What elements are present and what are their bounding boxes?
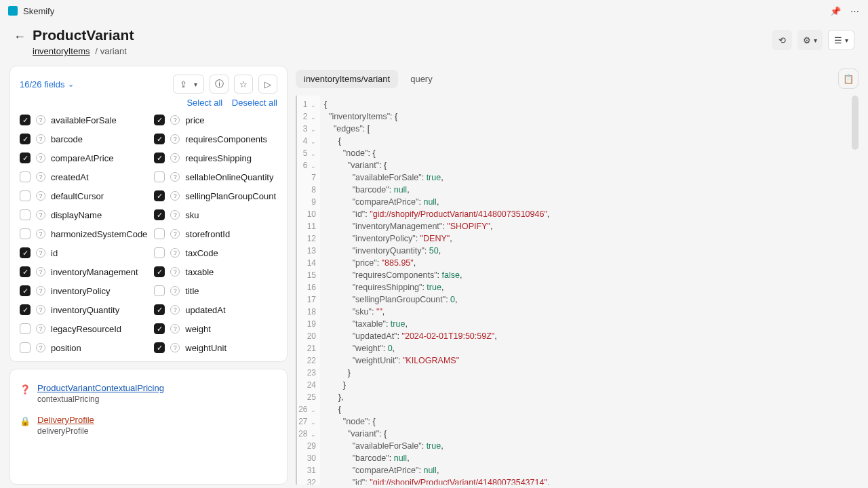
help-icon[interactable]: ? — [170, 305, 180, 314]
field-row-inventoryQuantity: ✓?inventoryQuantity — [20, 304, 147, 315]
help-icon[interactable]: ? — [170, 248, 180, 258]
breadcrumb-root[interactable]: inventoryItems — [33, 46, 90, 56]
relation-link[interactable]: DeliveryProfile — [37, 415, 94, 425]
refresh-button[interactable]: ⟲ — [772, 30, 792, 50]
help-icon[interactable]: ? — [36, 343, 45, 352]
field-label: defaultCursor — [51, 191, 104, 201]
checkbox-position[interactable] — [20, 342, 31, 353]
help-icon[interactable]: ? — [36, 229, 45, 239]
help-icon[interactable]: ? — [36, 115, 45, 125]
checkbox-requiresComponents[interactable]: ✓ — [154, 134, 165, 144]
relation-row: 🔒DeliveryProfiledeliveryProfile — [20, 409, 277, 441]
export-button[interactable]: ⇪▾ — [173, 75, 204, 94]
help-icon[interactable]: ? — [36, 153, 45, 163]
clipboard-icon: 📋 — [843, 74, 854, 84]
field-label: createdAt — [51, 172, 89, 182]
field-row-price: ✓?price — [154, 115, 277, 125]
checkbox-sku[interactable]: ✓ — [154, 209, 165, 220]
help-icon[interactable]: ? — [170, 172, 180, 182]
relation-sub: deliveryProfile — [37, 426, 94, 436]
field-row-sellingPlanGroupCount: ✓?sellingPlanGroupCount — [154, 190, 277, 201]
field-row-requiresShipping: ✓?requiresShipping — [154, 152, 277, 163]
settings-button[interactable]: ⚙▾ — [797, 30, 823, 50]
titlebar: Skemify 📌 ⋯ — [0, 0, 868, 22]
checkbox-sellingPlanGroupCount[interactable]: ✓ — [154, 190, 165, 201]
field-row-sku: ✓?sku — [154, 209, 277, 220]
run-button[interactable]: ▷ — [258, 75, 277, 94]
field-label: taxCode — [185, 248, 218, 258]
help-icon[interactable]: ? — [36, 134, 45, 144]
help-icon[interactable]: ? — [170, 343, 180, 352]
help-icon[interactable]: ? — [170, 115, 180, 125]
chevron-down-icon: ▾ — [814, 37, 817, 44]
checkbox-weightUnit[interactable]: ✓ — [154, 342, 165, 353]
checkbox-price[interactable]: ✓ — [154, 115, 165, 125]
help-icon[interactable]: ? — [36, 305, 45, 314]
tab-variant[interactable]: inventoryItems/variant — [296, 70, 398, 88]
relation-row: ❓ProductVariantContextualPricingcontextu… — [20, 378, 277, 409]
relation-link[interactable]: ProductVariantContextualPricing — [37, 383, 164, 393]
checkbox-storefrontId[interactable] — [154, 228, 165, 239]
help-icon[interactable]: ? — [170, 324, 180, 333]
help-icon[interactable]: ? — [170, 229, 180, 239]
help-icon[interactable]: ? — [170, 210, 180, 220]
refresh-icon: ⟲ — [778, 35, 786, 45]
field-label: inventoryManagement — [51, 267, 138, 277]
checkbox-displayName[interactable] — [20, 209, 31, 220]
back-arrow-icon[interactable]: ← — [14, 30, 26, 44]
help-icon[interactable]: ? — [170, 267, 180, 277]
checkbox-availableForSale[interactable]: ✓ — [20, 115, 31, 125]
scrollbar[interactable] — [852, 96, 859, 150]
checkbox-sellableOnlineQuantity[interactable] — [154, 171, 165, 182]
select-all-link[interactable]: Select all — [186, 98, 222, 108]
checkbox-compareAtPrice[interactable]: ✓ — [20, 152, 31, 163]
checkbox-requiresShipping[interactable]: ✓ — [154, 152, 165, 163]
checkbox-defaultCursor[interactable] — [20, 190, 31, 201]
help-icon[interactable]: ? — [170, 286, 180, 296]
checkbox-harmonizedSystemCode[interactable] — [20, 228, 31, 239]
checkbox-inventoryPolicy[interactable]: ✓ — [20, 285, 31, 296]
checkbox-createdAt[interactable] — [20, 171, 31, 182]
copy-button[interactable]: 📋 — [838, 68, 859, 89]
help-icon[interactable]: ? — [36, 172, 45, 182]
field-count-toggle[interactable]: 16/26 fields ⌄ — [20, 79, 74, 89]
pin-icon[interactable]: 📌 — [830, 5, 841, 16]
help-icon[interactable]: ? — [36, 324, 45, 333]
deselect-all-link[interactable]: Deselect all — [232, 98, 277, 108]
filter-button[interactable]: ☰▾ — [828, 30, 854, 50]
tabs: inventoryItems/variant query 📋 — [296, 66, 859, 92]
checkbox-taxable[interactable]: ✓ — [154, 266, 165, 277]
field-row-sellableOnlineQuantity: ?sellableOnlineQuantity — [154, 171, 277, 182]
help-icon[interactable]: ? — [170, 191, 180, 201]
help-icon[interactable]: ? — [36, 191, 45, 201]
help-icon[interactable]: ? — [170, 134, 180, 144]
more-icon[interactable]: ⋯ — [849, 5, 860, 16]
checkbox-legacyResourceId[interactable] — [20, 323, 31, 334]
checkbox-inventoryManagement[interactable]: ✓ — [20, 266, 31, 277]
help-icon[interactable]: ? — [36, 210, 45, 220]
help-icon[interactable]: ? — [36, 267, 45, 277]
help-icon[interactable]: ? — [36, 248, 45, 258]
checkbox-inventoryQuantity[interactable]: ✓ — [20, 304, 31, 315]
checkbox-taxCode[interactable] — [154, 247, 165, 258]
help-icon[interactable]: ? — [36, 286, 45, 296]
checkbox-id[interactable]: ✓ — [20, 247, 31, 258]
checkbox-barcode[interactable]: ✓ — [20, 134, 31, 144]
checkbox-weight[interactable]: ✓ — [154, 323, 165, 334]
chevron-down-icon: ▾ — [194, 81, 197, 88]
chevron-down-icon: ⌄ — [68, 80, 74, 89]
tab-query[interactable]: query — [402, 70, 441, 88]
checkbox-updatedAt[interactable]: ✓ — [154, 304, 165, 315]
field-label: inventoryQuantity — [51, 305, 119, 315]
field-row-inventoryManagement: ✓?inventoryManagement — [20, 266, 147, 277]
code-editor[interactable]: 1 ⌄2 ⌄3 ⌄4 ⌄5 ⌄6 ⌄7891011121314151617181… — [296, 96, 859, 485]
info-button[interactable]: ⓘ — [210, 75, 229, 94]
field-label: inventoryPolicy — [51, 286, 110, 296]
star-button[interactable]: ☆ — [234, 75, 253, 94]
checkbox-title[interactable] — [154, 285, 165, 296]
help-icon[interactable]: ? — [170, 153, 180, 163]
field-label: weightUnit — [185, 343, 226, 353]
field-label: harmonizedSystemCode — [51, 229, 147, 239]
field-label: barcode — [51, 134, 83, 144]
field-row-taxCode: ?taxCode — [154, 247, 277, 258]
